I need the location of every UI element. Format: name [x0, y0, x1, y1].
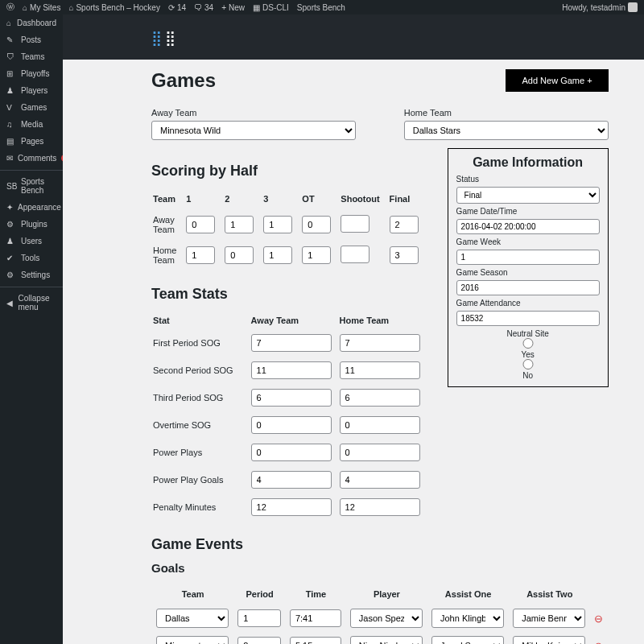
neutral-no[interactable]: No — [456, 359, 600, 380]
away-p3[interactable] — [263, 216, 292, 233]
menu-icon: ♟ — [6, 237, 16, 246]
goal-assist1-0[interactable]: John Klingberg — [431, 609, 504, 628]
stat-home-4[interactable] — [340, 444, 420, 461]
site-link[interactable]: ⌂ Sports Bench – Hockey — [68, 3, 160, 12]
goal-time-0[interactable] — [290, 609, 341, 627]
menu-icon: ⛉ — [6, 52, 16, 61]
goal-player-1[interactable]: Nino Niederreite — [350, 636, 423, 644]
home-team-select[interactable]: Dallas Stars — [404, 121, 609, 140]
goals-heading: Goals — [151, 561, 609, 575]
remove-goal-icon[interactable]: ⊖ — [591, 633, 606, 644]
goal-assist2-1[interactable]: Mikko Koivu — [513, 636, 585, 644]
stat-away-2[interactable] — [251, 389, 332, 407]
sidebar-item-users[interactable]: ♟Users — [0, 233, 63, 250]
menu-icon: ◀ — [6, 299, 14, 308]
away-shootout[interactable] — [341, 215, 369, 233]
scoring-heading: Scoring by Half — [151, 163, 428, 180]
season-input[interactable] — [456, 280, 600, 295]
wp-logo-icon[interactable]: ⓦ — [6, 2, 14, 13]
goal-team-1[interactable]: Minnesota — [156, 636, 229, 644]
away-p1[interactable] — [186, 216, 215, 233]
sidebar-item-posts[interactable]: ✎Posts — [0, 31, 63, 48]
comments-link[interactable]: 🗨 34 — [194, 3, 213, 12]
sidebar-item-comments[interactable]: ✉Comments 14 — [0, 150, 63, 167]
away-final[interactable] — [390, 216, 419, 233]
datetime-input[interactable] — [456, 219, 600, 234]
scoring-table: Team123OTShootoutFinal Away Team Home Te… — [151, 188, 428, 271]
menu-icon: ♟ — [6, 86, 16, 95]
sidebar-item-media[interactable]: ♫Media — [0, 116, 63, 133]
sidebar-item-playoffs[interactable]: ⊞Playoffs — [0, 65, 63, 82]
sidebar-item-plugins[interactable]: ⚙Plugins — [0, 216, 63, 233]
menu-icon: Ⅴ — [6, 103, 16, 112]
sb-logo: ⣿⣿ — [151, 29, 179, 46]
new-link[interactable]: + New — [221, 3, 245, 12]
attendance-input[interactable] — [456, 311, 600, 326]
home-final[interactable] — [390, 246, 419, 264]
sidebar-item-games[interactable]: ⅤGames — [0, 99, 63, 116]
my-sites-link[interactable]: ⌂ My Sites — [23, 3, 60, 12]
sidebar-item-pages[interactable]: ▤Pages — [0, 133, 63, 150]
home-ot[interactable] — [302, 246, 331, 264]
home-shootout[interactable] — [341, 246, 369, 263]
stat-row: Power Play Goals — [153, 467, 427, 493]
status-select[interactable]: Final — [456, 187, 600, 204]
stat-home-2[interactable] — [340, 389, 420, 407]
stat-away-0[interactable] — [251, 334, 332, 352]
stat-home-5[interactable] — [340, 471, 420, 489]
stat-row: Penalty Minutes — [153, 494, 427, 520]
home-p3[interactable] — [263, 246, 292, 264]
goal-player-0[interactable]: Jason Spezza — [350, 609, 423, 628]
goal-row: MinnesotaNino NiederreiteJared SpurgeonM… — [153, 633, 607, 644]
goal-period-1[interactable] — [237, 637, 281, 644]
menu-icon: ⚙ — [6, 270, 16, 279]
updates-link[interactable]: ⟳ 14 — [168, 3, 186, 12]
stat-row: Third Period SOG — [153, 385, 427, 411]
home-row-label: Home Team — [153, 241, 184, 270]
home-p2[interactable] — [225, 246, 254, 264]
sidebar-item-settings[interactable]: ⚙Settings — [0, 266, 63, 283]
goal-time-1[interactable] — [290, 637, 341, 644]
stat-home-0[interactable] — [340, 334, 420, 352]
sidebar-item-sports-bench[interactable]: SBSports Bench — [0, 170, 63, 199]
sidebar-item-tools[interactable]: ✔Tools — [0, 250, 63, 266]
team-stats-heading: Team Stats — [151, 286, 428, 303]
stat-away-1[interactable] — [251, 361, 332, 379]
stat-home-6[interactable] — [340, 498, 420, 516]
stat-away-6[interactable] — [251, 498, 332, 516]
sidebar-item-appearance[interactable]: ✦Appearance — [0, 199, 63, 216]
goal-row: DallasJason SpezzaJohn KlingbergJamie Be… — [153, 605, 607, 631]
dscli-link[interactable]: ▦ DS-CLI — [253, 3, 289, 12]
week-input[interactable] — [456, 250, 600, 265]
sidebar-item-players[interactable]: ♟Players — [0, 82, 63, 99]
away-row-label: Away Team — [153, 210, 184, 239]
game-info-heading: Game Information — [456, 155, 600, 170]
howdy-link[interactable]: Howdy, testadmin — [562, 2, 638, 12]
away-team-select[interactable]: Minnesota Wild — [151, 121, 356, 140]
team-stats-table: Stat Away Team Home Team First Period SO… — [151, 311, 428, 522]
stat-away-4[interactable] — [251, 444, 332, 461]
away-ot[interactable] — [302, 216, 331, 233]
content-area: ⣿⣿ Games Add New Game + Away Team Minnes… — [63, 14, 644, 644]
goal-assist1-1[interactable]: Jared Spurgeon — [431, 636, 504, 644]
neutral-yes[interactable]: Yes — [456, 338, 600, 359]
sidebar-item-collapse-menu[interactable]: ◀Collapse menu — [0, 287, 63, 316]
menu-icon: ⚙ — [6, 220, 16, 229]
stat-away-3[interactable] — [251, 416, 332, 434]
away-p2[interactable] — [225, 216, 254, 233]
add-new-game-button[interactable]: Add New Game + — [506, 69, 608, 92]
sidebar-item-teams[interactable]: ⛉Teams — [0, 48, 63, 65]
menu-icon: ⌂ — [6, 19, 12, 27]
remove-goal-icon[interactable]: ⊖ — [591, 605, 606, 631]
sportsbench-link[interactable]: Sports Bench — [297, 3, 345, 12]
game-events-heading: Game Events — [151, 536, 609, 553]
home-p1[interactable] — [186, 246, 215, 264]
goal-period-0[interactable] — [237, 609, 281, 627]
stat-home-3[interactable] — [340, 416, 420, 434]
goal-assist2-0[interactable]: Jamie Benn — [513, 609, 585, 628]
goal-team-0[interactable]: Dallas — [156, 609, 229, 628]
sidebar-item-dashboard[interactable]: ⌂Dashboard — [0, 14, 63, 31]
stat-away-5[interactable] — [251, 471, 332, 489]
stat-home-1[interactable] — [340, 361, 420, 379]
admin-sidebar: ⌂Dashboard✎Posts⛉Teams⊞Playoffs♟PlayersⅤ… — [0, 14, 63, 644]
